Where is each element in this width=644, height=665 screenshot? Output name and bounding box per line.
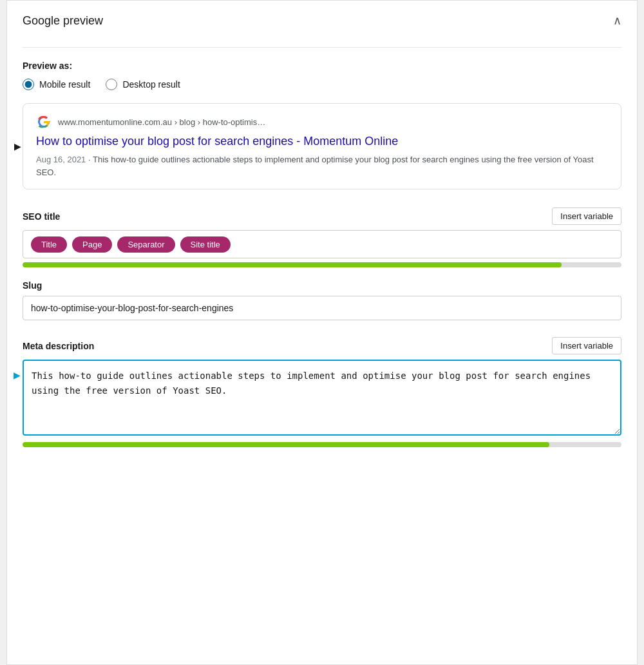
meta-description-textarea[interactable]: This how-to guide outlines actionable st… xyxy=(23,360,621,436)
meta-description-arrow: ▶ xyxy=(14,370,21,380)
preview-snippet-text: This how-to guide outlines actionable st… xyxy=(36,155,594,177)
preview-url: www.momentumonline.com.au › blog › how-t… xyxy=(58,117,265,127)
preview-date: Aug 16, 2021 xyxy=(36,155,86,164)
meta-description-wrapper: ▶ This how-to guide outlines actionable … xyxy=(23,360,621,438)
mobile-result-label: Mobile result xyxy=(39,79,90,90)
preview-title[interactable]: How to optimise your blog post for searc… xyxy=(36,133,608,149)
tag-title[interactable]: Title xyxy=(31,236,67,253)
snippet-separator: · xyxy=(88,155,93,164)
meta-description-insert-variable-button[interactable]: Insert variable xyxy=(552,337,621,354)
seo-title-progress-fill xyxy=(23,262,562,267)
slug-section: Slug xyxy=(23,280,621,324)
breadcrumb-row: www.momentumonline.com.au › blog › how-t… xyxy=(36,114,608,130)
mobile-radio[interactable] xyxy=(23,79,34,90)
seo-title-field[interactable]: Title Page Separator Site title xyxy=(23,230,621,258)
seo-title-insert-variable-button[interactable]: Insert variable xyxy=(552,207,621,225)
desktop-result-option[interactable]: Desktop result xyxy=(106,79,180,90)
tag-separator[interactable]: Separator xyxy=(117,236,175,253)
google-logo-icon xyxy=(36,114,52,130)
meta-description-section: Meta description Insert variable ▶ This … xyxy=(23,337,621,447)
seo-title-progress-bar xyxy=(23,262,621,267)
slug-label: Slug xyxy=(23,280,621,291)
meta-description-header: Meta description Insert variable xyxy=(23,337,621,354)
seo-title-section: SEO title Insert variable Title Page Sep… xyxy=(23,207,621,267)
preview-snippet: Aug 16, 2021 · This how-to guide outline… xyxy=(36,153,608,178)
google-preview-card: ▶ www.momentumonline.com.au › blog › how… xyxy=(23,103,621,189)
desktop-result-label: Desktop result xyxy=(122,79,180,90)
google-preview-panel: Google preview ∧ Preview as: Mobile resu… xyxy=(6,0,638,665)
panel-title: Google preview xyxy=(23,14,103,28)
panel-header: Google preview ∧ xyxy=(23,14,621,34)
tag-site-title[interactable]: Site title xyxy=(180,236,231,253)
mobile-result-option[interactable]: Mobile result xyxy=(23,79,90,90)
desktop-radio[interactable] xyxy=(106,79,117,90)
mobile-nav-arrow: ▶ xyxy=(14,141,21,151)
slug-input[interactable] xyxy=(23,296,621,320)
seo-title-label: SEO title xyxy=(23,211,60,222)
seo-title-header: SEO title Insert variable xyxy=(23,207,621,225)
collapse-icon[interactable]: ∧ xyxy=(613,14,621,28)
preview-as-label: Preview as: xyxy=(23,61,621,71)
radio-group: Mobile result Desktop result xyxy=(23,79,621,90)
meta-description-progress-bar xyxy=(23,442,621,447)
meta-description-progress-fill xyxy=(23,442,549,447)
meta-description-label: Meta description xyxy=(23,341,94,351)
tag-page[interactable]: Page xyxy=(72,236,112,253)
